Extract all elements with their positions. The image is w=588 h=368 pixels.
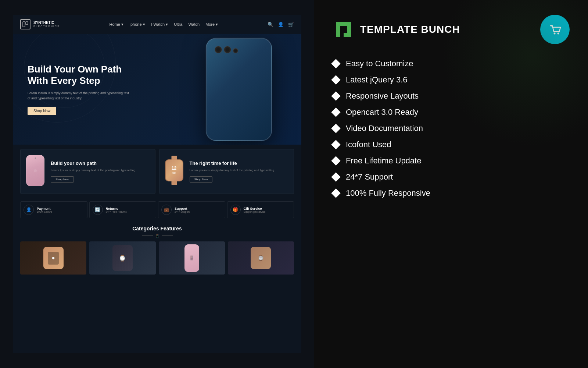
camera-lens-3	[233, 48, 238, 53]
support-title: Support	[175, 207, 190, 210]
watch-card-title: The right time for life	[190, 160, 275, 166]
feature-text-6: Free Lifetime Update	[346, 156, 421, 166]
hero-phone-image	[206, 38, 279, 141]
watch-card-button[interactable]: Shop Now	[190, 176, 213, 183]
divider-line-right	[162, 236, 173, 236]
features-list: Easy to Customize Latest jQuery 3.6 Resp…	[333, 59, 570, 198]
section-divider: 📱	[20, 234, 294, 238]
feature-text-3: Opencart 3.0 Ready	[346, 107, 418, 117]
watch-card-text: The right time for life Lorem Ipsum is s…	[190, 160, 275, 183]
brand-header: TEMPLATE BUNCH	[333, 15, 570, 44]
feature-text-8: 100% Fully Responsive	[346, 188, 430, 198]
payment-icon: 👤	[24, 205, 34, 215]
categories-section: Categories Features 📱 ⌚ ⌚	[13, 221, 301, 277]
phone-product-image	[26, 155, 46, 188]
user-icon[interactable]: 👤	[278, 22, 284, 27]
hero-title: Build Your Own Path With Every Step	[28, 64, 130, 86]
watch-product-image: 1258	[165, 155, 185, 188]
diamond-bullet-4	[331, 124, 340, 133]
payment-info: Payment 100% Secure	[37, 207, 52, 213]
feature-cards: Build your own path Lorem Ipsum is simpl…	[13, 145, 301, 198]
payment-subtitle: 100% Secure	[37, 210, 52, 213]
cart-circle-icon	[548, 22, 562, 37]
nav-watch[interactable]: Watch	[188, 22, 200, 27]
returns-title: Returns	[106, 207, 127, 210]
nav-iwatch[interactable]: I-Watch ▾	[151, 22, 168, 27]
search-icon[interactable]: 🔍	[268, 22, 273, 27]
logo-icon	[20, 19, 31, 29]
diamond-bullet-6	[331, 156, 340, 165]
site-frame: SYNTHETIC ELECTRONICS Home ▾ Iphone ▾ I-…	[13, 15, 301, 353]
diamond-bullet-7	[331, 172, 340, 181]
cart-icon[interactable]: 🛒	[288, 22, 294, 27]
service-payment: 👤 Payment 100% Secure	[20, 201, 87, 218]
feature-item-4: Video Documentation	[333, 124, 570, 133]
nav-home[interactable]: Home ▾	[110, 22, 123, 27]
feature-card-phone: Build your own path Lorem Ipsum is simpl…	[20, 149, 155, 194]
returns-icon: 🔄	[93, 205, 103, 215]
support-subtitle: 24*7 Support	[175, 210, 190, 213]
phone-mockup	[206, 38, 272, 141]
feature-text-2: Responsive Layouts	[346, 91, 419, 101]
phone-card-text: Build your own path Lorem Ipsum is simpl…	[51, 160, 136, 183]
category-watch-1: ⌚	[20, 241, 86, 275]
category-thumbnails: ⌚ ⌚ 📱 ⌚	[20, 241, 294, 275]
svg-point-4	[557, 33, 559, 35]
service-gift: 🎁 Gift Service Support gift service	[227, 201, 294, 218]
template-bunch-logo-icon	[333, 18, 355, 40]
website-preview: SYNTHETIC ELECTRONICS Home ▾ Iphone ▾ I-…	[0, 0, 314, 368]
cart-circle-button[interactable]	[540, 15, 570, 44]
diamond-bullet-5	[331, 140, 340, 149]
phone-card-title: Build your own path	[51, 160, 136, 166]
phone-card-desc: Lorem Ipsum is simply dummy text of the …	[51, 168, 136, 172]
svg-rect-1	[26, 22, 28, 25]
support-info: Support 24*7 Support	[175, 207, 190, 213]
feature-text-5: Icofont Used	[346, 140, 391, 149]
nav-iphone[interactable]: Iphone ▾	[129, 22, 145, 27]
returns-subtitle: 24*7 Free Returns	[106, 210, 127, 213]
feature-item-5: Icofont Used	[333, 140, 570, 149]
navigation: SYNTHETIC ELECTRONICS Home ▾ Iphone ▾ I-…	[13, 15, 301, 34]
hero-shop-button[interactable]: Shop Now	[28, 107, 56, 115]
gift-info: Gift Service Support gift service	[244, 207, 266, 213]
gift-title: Gift Service	[244, 207, 266, 210]
feature-item-1: Latest jQuery 3.6	[333, 75, 570, 85]
feature-item-8: 100% Fully Responsive	[333, 188, 570, 198]
hero-content: Build Your Own Path With Every Step Lore…	[28, 64, 130, 115]
service-support: 💼 Support 24*7 Support	[158, 201, 225, 218]
nav-more[interactable]: More ▾	[205, 22, 218, 27]
hero-description: Lorem Ipsum is simply dummy text of the …	[28, 91, 130, 101]
svg-point-5	[551, 25, 552, 26]
support-icon: 💼	[161, 205, 172, 215]
gift-icon: 🎁	[230, 205, 241, 215]
feature-item-6: Free Lifetime Update	[333, 156, 570, 166]
svg-point-2	[341, 27, 346, 32]
feature-text-0: Easy to Customize	[346, 59, 413, 68]
returns-info: Returns 24*7 Free Returns	[106, 207, 127, 213]
feature-item-3: Opencart 3.0 Ready	[333, 107, 570, 117]
camera-lens-2	[224, 46, 231, 53]
feature-text-7: 24*7 Support	[346, 172, 393, 182]
hero-section: Build Your Own Path With Every Step Lore…	[13, 34, 301, 145]
logo-text: SYNTHETIC ELECTRONICS	[33, 21, 60, 28]
category-watch-2: ⌚	[89, 241, 155, 275]
category-phone-1: 📱	[159, 241, 225, 275]
brand-name: TEMPLATE BUNCH	[360, 24, 460, 35]
feature-item-2: Responsive Layouts	[333, 91, 570, 101]
nav-links: Home ▾ Iphone ▾ I-Watch ▾ Ultra Watch Mo…	[71, 22, 257, 27]
watch-card-desc: Lorem Ipsum is simply dummy text of the …	[190, 168, 275, 172]
svg-rect-0	[23, 22, 25, 27]
divider-line-left	[142, 236, 153, 236]
nav-icons: 🔍 👤 🛒	[268, 22, 294, 27]
feature-card-watch: 1258 The right time for life Lorem Ipsum…	[159, 149, 294, 194]
brand-panel: TEMPLATE BUNCH Easy to Customize Latest …	[314, 0, 588, 368]
categories-title: Categories Features	[20, 226, 294, 231]
service-bar: 👤 Payment 100% Secure 🔄 Returns 24*7 Fre…	[13, 198, 301, 221]
feature-item-0: Easy to Customize	[333, 59, 570, 68]
payment-title: Payment	[37, 207, 52, 210]
phone-card-button[interactable]: Shop Now	[51, 176, 74, 183]
gift-subtitle: Support gift service	[244, 210, 266, 213]
brand-logo: TEMPLATE BUNCH	[333, 18, 460, 40]
logo: SYNTHETIC ELECTRONICS	[20, 19, 60, 29]
nav-ultra[interactable]: Ultra	[174, 22, 182, 27]
